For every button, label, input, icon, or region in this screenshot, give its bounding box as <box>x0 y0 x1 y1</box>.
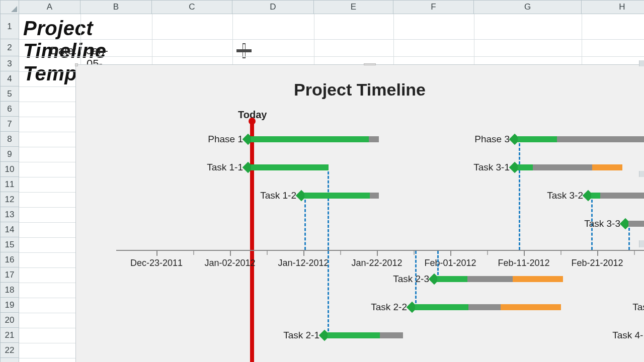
bar-task-3-1[interactable]: Task 3-1 <box>515 163 622 171</box>
axis-tick-label: Jan-02-2012 <box>204 258 255 268</box>
scrollbar-nub[interactable] <box>639 60 644 66</box>
row-header[interactable]: 1 <box>0 14 19 39</box>
row-header[interactable]: 15 <box>0 237 19 252</box>
row-header[interactable]: 11 <box>0 177 19 192</box>
column-header[interactable]: A <box>19 0 80 14</box>
today-marker-line <box>250 121 254 362</box>
row-header[interactable]: 8 <box>0 132 19 147</box>
dependency-line <box>328 171 329 250</box>
dependency-line <box>304 200 306 250</box>
chart-resize-handle[interactable] <box>75 63 78 66</box>
dependency-line <box>519 143 520 250</box>
row-header[interactable]: 12 <box>0 192 19 207</box>
row-header[interactable]: 5 <box>0 86 19 102</box>
chart-resize-handle[interactable] <box>364 63 376 65</box>
bar-label: Phase 1 <box>208 134 243 145</box>
row-header[interactable]: 20 <box>0 313 19 328</box>
row-header[interactable]: 3 <box>0 56 19 71</box>
column-header[interactable]: H <box>582 0 644 14</box>
bar-label: Task 3-1 <box>473 162 510 173</box>
date-label: Date: <box>50 44 77 57</box>
row-header[interactable]: 21 <box>0 328 19 343</box>
row-header[interactable]: 17 <box>0 267 19 283</box>
bar-label: Task 4-2 <box>632 302 644 313</box>
row-header[interactable]: 19 <box>0 298 19 313</box>
axis-tick-label: Feb-21-2012 <box>571 258 623 268</box>
axis-tick-label: Jan-22-2012 <box>351 258 402 268</box>
today-marker-dot <box>249 118 256 125</box>
bar-task-2-2[interactable]: Task 2-2 <box>412 303 563 311</box>
bar-phase-1[interactable]: Phase 1 <box>248 135 379 143</box>
dependency-line <box>628 228 630 250</box>
bar-task-3-3[interactable]: Task 3-3 <box>625 220 644 228</box>
bar-label: Task 2-1 <box>283 330 319 341</box>
row-header[interactable]: 18 <box>0 283 19 298</box>
dependency-line <box>415 251 417 303</box>
row-header[interactable]: 22 <box>0 343 19 358</box>
dependency-line <box>437 251 439 275</box>
column-header[interactable]: D <box>232 0 314 14</box>
column-header[interactable]: E <box>314 0 393 14</box>
chart-plot-area: Today Dec-23-2011Jan-02-2012Jan-12-2012J… <box>116 115 644 362</box>
row-header[interactable]: 6 <box>0 102 19 117</box>
bar-task-2-1[interactable]: Task 2-1 <box>325 331 403 339</box>
column-header[interactable]: C <box>152 0 232 14</box>
scrollbar-nub[interactable] <box>639 240 644 247</box>
row-header[interactable]: 4 <box>0 71 19 86</box>
row-header[interactable]: 2 <box>0 39 19 56</box>
row-header[interactable]: 23 <box>0 358 19 362</box>
bar-label: Task 1-1 <box>207 162 243 173</box>
dependency-line <box>328 251 329 331</box>
bar-label: Phase 3 <box>474 134 510 145</box>
axis-tick-label: Jan-12-2012 <box>278 258 329 268</box>
bar-task-1-2[interactable]: Task 1-2 <box>301 192 379 200</box>
column-header[interactable]: F <box>393 0 474 14</box>
row-header[interactable]: 16 <box>0 252 19 267</box>
bar-label: Task 2-3 <box>393 274 429 285</box>
axis-tick-label: Dec-23-2011 <box>130 258 183 268</box>
bar-label: Task 3-2 <box>547 190 583 201</box>
row-header[interactable]: 9 <box>0 147 19 162</box>
row-header[interactable]: 14 <box>0 222 19 237</box>
bar-label: Task 1-2 <box>260 190 296 201</box>
chart-title: Project Timeline <box>76 80 643 100</box>
bar-label: Task 4-1 <box>612 330 644 341</box>
axis-tick-label: Feb-11-2012 <box>498 258 549 268</box>
bar-task-1-1[interactable]: Task 1-1 <box>248 163 329 171</box>
bar-label: Task 3-3 <box>584 218 620 229</box>
scrollbar-nub[interactable] <box>639 171 644 177</box>
x-axis: Dec-23-2011Jan-02-2012Jan-12-2012Jan-22-… <box>116 250 644 251</box>
row-header[interactable]: 13 <box>0 207 19 222</box>
select-all-corner[interactable] <box>0 0 19 14</box>
column-header[interactable]: G <box>474 0 582 14</box>
bar-phase-3[interactable]: Phase 3 <box>515 135 644 143</box>
column-header[interactable]: B <box>80 0 152 14</box>
bar-task-2-3[interactable]: Task 2-3 <box>434 275 565 283</box>
row-header[interactable]: 10 <box>0 162 19 177</box>
bar-task-3-2[interactable]: Task 3-2 <box>588 192 644 200</box>
gantt-chart[interactable]: Project Timeline Today Dec-23-2011Jan-02… <box>75 64 644 362</box>
axis-tick-label: Feb-01-2012 <box>424 258 476 268</box>
spreadsheet[interactable]: ABCDEFGH 1234567891011121314151617181920… <box>0 0 644 362</box>
bar-label: Task 2-2 <box>371 302 407 313</box>
row-header[interactable]: 7 <box>0 117 19 132</box>
